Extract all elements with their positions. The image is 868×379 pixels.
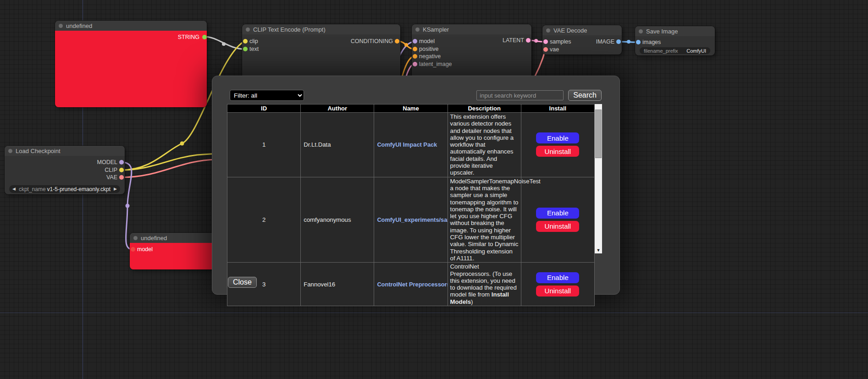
table-row: 3Fannovel16ControlNet PreprocessorsContr… — [227, 263, 595, 306]
port-label: latent_image — [419, 61, 452, 67]
scrollbar-down-arrow-icon[interactable]: ▼ — [595, 247, 602, 253]
string-output-dot[interactable] — [202, 35, 207, 39]
enable-button[interactable]: Enable — [536, 208, 579, 219]
widget-label: ckpt_name — [19, 186, 46, 192]
close-button[interactable]: Close — [228, 277, 257, 288]
enable-button[interactable]: Enable — [536, 272, 579, 283]
cell-author: Dr.Lt.Data — [301, 113, 374, 177]
port-label: CLIP — [105, 167, 117, 173]
input-port-positive: positive — [412, 46, 531, 52]
enable-button[interactable]: Enable — [536, 132, 579, 143]
output-port-vae: VAE — [5, 174, 125, 181]
positive-input-dot[interactable] — [413, 47, 417, 51]
port-label: images — [642, 39, 661, 45]
search-button[interactable]: Search — [568, 90, 602, 101]
collapse-dot-icon[interactable] — [8, 149, 12, 153]
canvas-axis-horizontal — [0, 313, 868, 313]
wire-dot-image — [627, 40, 630, 44]
ckpt-name-widget[interactable]: ◀ ckpt_name v1-5-pruned-emaonly.ckpt ▶ — [9, 185, 120, 193]
node-header[interactable]: CLIP Text Encode (Prompt) — [242, 24, 400, 34]
clip-output-dot[interactable] — [119, 168, 124, 172]
node-undefined-top[interactable]: undefined STRING — [55, 21, 207, 107]
node-title: undefined — [141, 235, 167, 242]
output-port-image: IMAGE — [542, 38, 622, 45]
wire-dot-string — [222, 42, 226, 46]
cell-author: comfyanonymous — [301, 177, 374, 263]
node-header[interactable]: KSampler — [412, 24, 531, 34]
widget-value: v1-5-pruned-emaonly.ckpt — [47, 186, 111, 192]
node-ksampler[interactable]: KSampler model positive negative latent_… — [412, 24, 531, 84]
collapse-dot-icon[interactable] — [246, 27, 250, 32]
port-label: positive — [419, 46, 438, 52]
cell-install: EnableUninstall — [521, 177, 594, 263]
input-port-images: images — [635, 39, 715, 45]
uninstall-button[interactable]: Uninstall — [536, 221, 579, 232]
node-save-image[interactable]: Save Image images filename_prefix ComfyU… — [635, 26, 715, 55]
node-title: KSampler — [423, 26, 449, 33]
port-label: negative — [419, 53, 441, 60]
node-load-checkpoint[interactable]: Load Checkpoint MODEL CLIP VAE ◀ ckpt_na… — [5, 146, 125, 194]
wire-dot-conditioning — [404, 43, 408, 47]
filter-select[interactable]: Filter: all — [230, 90, 304, 101]
images-input-dot[interactable] — [636, 40, 641, 44]
input-port-model: model — [130, 246, 218, 253]
model-input-dot[interactable] — [131, 247, 135, 252]
port-label: IMAGE — [596, 38, 614, 45]
widget-label: filename_prefix — [644, 48, 678, 54]
node-title: Load Checkpoint — [16, 148, 61, 154]
wire-dot-model — [126, 204, 130, 208]
port-label: STRING — [178, 34, 199, 40]
collapse-dot-icon[interactable] — [59, 24, 63, 28]
latent-image-input-dot[interactable] — [413, 62, 417, 66]
output-port-string: STRING — [55, 34, 207, 40]
port-label: VAE — [106, 174, 117, 181]
extension-link[interactable]: ComfyUI_experiments/sampler_tonemap — [377, 216, 448, 223]
extension-table-body: 1Dr.Lt.DataComfyUI Impact PackThis exten… — [227, 113, 595, 306]
extension-link[interactable]: ComfyUI Impact Pack — [377, 141, 437, 148]
uninstall-button[interactable]: Uninstall — [536, 146, 579, 157]
filename-prefix-widget[interactable]: filename_prefix ComfyUI — [640, 47, 710, 54]
description-text: This extension offers various detector n… — [450, 113, 514, 176]
node-header[interactable]: Save Image — [635, 26, 715, 36]
latent-output-dot[interactable] — [526, 38, 531, 43]
column-header: Install — [521, 104, 594, 113]
conditioning-output-dot[interactable] — [395, 39, 399, 44]
wire-string-to-text — [205, 37, 244, 49]
cell-install: EnableUninstall — [521, 113, 594, 177]
collapse-dot-icon[interactable] — [133, 236, 138, 240]
node-title: CLIP Text Encode (Prompt) — [253, 26, 326, 33]
widget-value: ComfyUI — [686, 48, 706, 54]
text-input-dot[interactable] — [243, 47, 248, 51]
search-input[interactable] — [476, 90, 564, 100]
vae-input-dot[interactable] — [543, 47, 548, 52]
cell-description: This extension offers various detector n… — [448, 113, 521, 177]
collapse-dot-icon[interactable] — [415, 27, 420, 32]
prev-arrow-icon[interactable]: ◀ — [12, 185, 16, 193]
scrollbar[interactable]: ▼ — [595, 104, 602, 253]
wire-dot-latent — [534, 39, 538, 43]
node-header[interactable]: undefined — [130, 233, 218, 243]
negative-input-dot[interactable] — [413, 54, 417, 59]
extension-link[interactable]: ControlNet Preprocessors — [377, 281, 448, 288]
image-output-dot[interactable] — [616, 39, 621, 44]
vae-output-dot[interactable] — [119, 175, 124, 180]
wire-dot-clip — [180, 142, 184, 146]
model-output-dot[interactable] — [119, 160, 124, 165]
extension-table: IDAuthorNameDescriptionInstall 1Dr.Lt.Da… — [227, 104, 595, 306]
node-vae-decode[interactable]: VAE Decode samples vae IMAGE — [542, 25, 622, 55]
node-header[interactable]: undefined — [55, 21, 207, 31]
port-label: MODEL — [97, 159, 117, 165]
collapse-dot-icon[interactable] — [639, 29, 643, 33]
uninstall-button[interactable]: Uninstall — [536, 286, 579, 297]
port-label: LATENT — [503, 37, 524, 44]
description-text: ) — [471, 298, 473, 305]
column-header: ID — [227, 104, 301, 113]
collapse-dot-icon[interactable] — [546, 28, 550, 33]
extension-table-scroll-area: IDAuthorNameDescriptionInstall 1Dr.Lt.Da… — [227, 104, 602, 253]
node-header[interactable]: Load Checkpoint — [5, 146, 125, 156]
node-undefined-bottom[interactable]: undefined model — [130, 233, 218, 269]
node-title: VAE Decode — [553, 27, 587, 34]
node-header[interactable]: VAE Decode — [542, 25, 622, 35]
next-arrow-icon[interactable]: ▶ — [114, 185, 117, 193]
scrollbar-thumb[interactable] — [595, 110, 602, 158]
